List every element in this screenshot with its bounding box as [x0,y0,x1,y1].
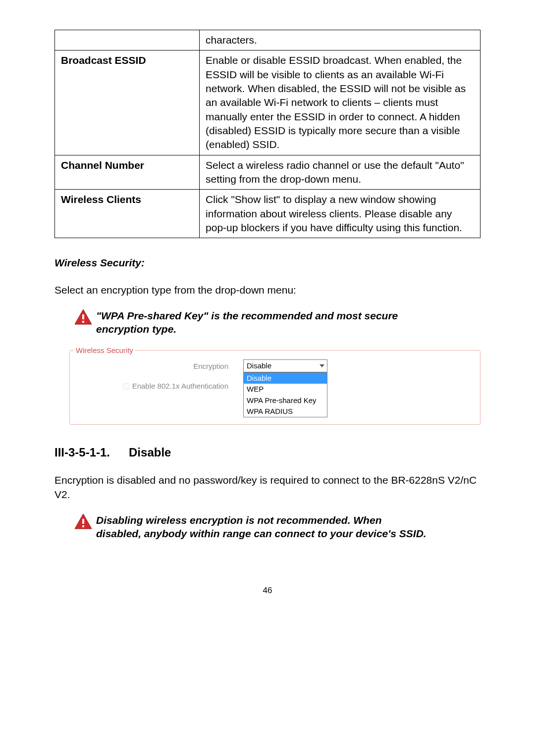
dropdown-option-wep[interactable]: WEP [244,384,327,395]
heading-number: III-3-5-1-1. [54,445,110,460]
cell-value: Click "Show list" to display a new windo… [200,190,481,238]
select-encryption-paragraph: Select an encryption type from the drop-… [54,283,481,297]
table-row: characters. [55,30,481,50]
page-number: 46 [54,585,481,597]
encryption-label: Encryption [80,359,228,374]
warning-line2: disabled, anybody within range can conne… [96,528,427,539]
dropdown-list: Disable WEP WPA Pre-shared Key WPA RADIU… [243,372,327,417]
wireless-security-panel: Wireless Security Encryption Enable 802.… [69,350,481,425]
enable-8021x-checkbox[interactable] [123,383,129,390]
warning-line1: Disabling wireless encryption is not rec… [96,514,381,526]
warning-line2: encryption type. [96,323,176,335]
cell-label: Wireless Clients [55,190,200,238]
cell-value: Select a wireless radio channel or use t… [200,155,481,190]
svg-rect-2 [82,321,84,323]
encryption-dropdown[interactable]: Disable Disable WEP WPA Pre-shared Key W… [243,359,327,417]
warning-icon [74,309,92,328]
cell-label [55,30,200,50]
enable-8021x-label: Enable 802.1x Authentication [132,379,228,394]
warning-callout-disabling: Disabling wireless encryption is not rec… [54,513,481,541]
warning-icon [74,513,92,533]
section-heading: III-3-5-1-1. Disable [54,445,481,460]
table-row: Channel Number Select a wireless radio c… [55,155,481,190]
svg-rect-1 [82,314,84,319]
svg-rect-4 [82,519,84,524]
warning-line1: "WPA Pre-shared Key" is the recommended … [96,310,398,321]
warning-text: "WPA Pre-shared Key" is the recommended … [96,309,398,336]
heading-title: Disable [129,445,171,460]
table-row: Wireless Clients Click "Show list" to di… [55,190,481,238]
panel-legend: Wireless Security [74,346,135,355]
warning-callout-recommended: "WPA Pre-shared Key" is the recommended … [54,309,481,336]
wireless-security-heading: Wireless Security: [54,256,481,270]
table-row: Broadcast ESSID Enable or disable ESSID … [55,50,481,155]
dropdown-option-wpa-psk[interactable]: WPA Pre-shared Key [244,395,327,406]
svg-rect-5 [82,525,84,527]
cell-value: characters. [200,30,481,50]
cell-value: Enable or disable ESSID broadcast. When … [200,50,481,155]
disable-description: Encryption is disabled and no password/k… [54,473,481,502]
warning-text: Disabling wireless encryption is not rec… [96,513,427,541]
properties-table: characters. Broadcast ESSID Enable or di… [54,30,481,238]
dropdown-option-disable[interactable]: Disable [244,373,327,384]
cell-label: Channel Number [55,155,200,190]
dropdown-option-wpa-radius[interactable]: WPA RADIUS [244,406,327,417]
dropdown-value: Disable [243,359,327,372]
cell-label: Broadcast ESSID [55,50,200,155]
